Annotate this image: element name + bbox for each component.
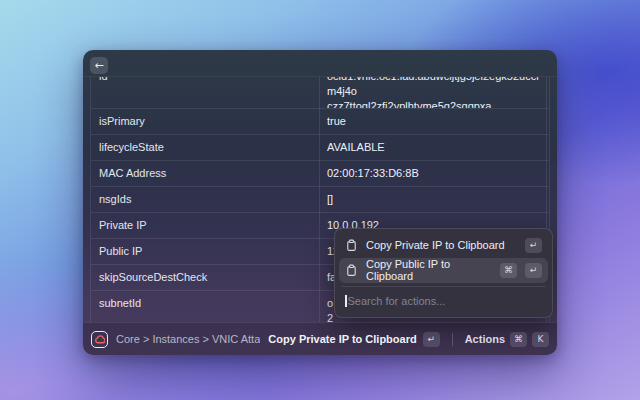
action-item-label: Copy Public IP to Clipboard: [366, 258, 492, 282]
row-key: id: [91, 77, 319, 108]
row-key: MAC Address: [91, 161, 319, 186]
raycast-window: ← id ocid1.vnic.oc1.iad.abuwcljtjg5jel2e…: [83, 50, 557, 355]
row-value: 02:00:17:33:D6:8B: [319, 161, 549, 186]
enter-key-badge: ↵: [423, 332, 440, 347]
row-key: subnetId: [91, 291, 319, 322]
cmd-key-badge: ⌘: [500, 263, 517, 278]
footer-divider: [452, 333, 453, 346]
back-button[interactable]: ←: [90, 57, 108, 74]
row-value: AVAILABLE: [319, 135, 549, 160]
actions-search-input[interactable]: [348, 295, 543, 307]
action-item-copy-private-ip[interactable]: Copy Private IP to Clipboard ↵: [339, 233, 548, 258]
oracle-cloud-icon: [91, 331, 108, 348]
enter-key-badge: ↵: [525, 263, 542, 278]
action-item-label: Copy Private IP to Clipboard: [366, 239, 517, 251]
row-key: lifecycleState: [91, 135, 319, 160]
table-row-id: id ocid1.vnic.oc1.iad.abuwcljtjg5jel2egk…: [91, 77, 549, 109]
k-key-badge: K: [532, 332, 549, 347]
actions-button[interactable]: Actions ⌘ K: [465, 332, 549, 347]
clipboard-icon: [345, 239, 358, 252]
row-value-line: ocid1.vnic.oc1.iad.abuwcljtjg5jel2egk52u…: [327, 77, 541, 99]
breadcrumb: Core > Instances > VNIC Attachment > VNI…: [116, 333, 260, 345]
table-row-mac-address: MAC Address 02:00:17:33:D6:8B: [91, 161, 549, 187]
enter-key-badge: ↵: [525, 238, 542, 253]
primary-action-label: Copy Private IP to Clipboard: [268, 333, 416, 345]
desktop-background: ← id ocid1.vnic.oc1.iad.abuwcljtjg5jel2e…: [0, 0, 640, 400]
primary-action-button[interactable]: Copy Private IP to Clipboard ↵: [268, 332, 439, 347]
text-caret: [345, 295, 347, 307]
row-key: skipSourceDestCheck: [91, 265, 319, 290]
row-key: nsgIds: [91, 187, 319, 212]
row-value-line: czz7ttoql2zfj2yplhtvme5g2sgqpxa: [327, 99, 541, 109]
column-divider: [319, 77, 320, 322]
row-key: Private IP: [91, 213, 319, 238]
actions-popup: Copy Private IP to Clipboard ↵ Copy Publ…: [334, 228, 553, 318]
row-key: Public IP: [91, 239, 319, 264]
table-row-lifecyclestate: lifecycleState AVAILABLE: [91, 135, 549, 161]
cmd-key-badge: ⌘: [510, 332, 527, 347]
row-key: isPrimary: [91, 109, 319, 134]
row-value: []: [319, 187, 549, 212]
clipboard-icon: [345, 264, 358, 277]
row-value: true: [319, 109, 549, 134]
table-row-nsgids: nsgIds []: [91, 187, 549, 213]
table-row-isprimary: isPrimary true: [91, 109, 549, 135]
row-value: ocid1.vnic.oc1.iad.abuwcljtjg5jel2egk52u…: [319, 77, 549, 108]
window-header: ←: [83, 50, 557, 76]
action-item-copy-public-ip[interactable]: Copy Public IP to Clipboard ⌘ ↵: [339, 258, 548, 283]
actions-button-label: Actions: [465, 333, 505, 345]
footer-bar: Core > Instances > VNIC Attachment > VNI…: [83, 322, 557, 355]
popup-divider: [341, 286, 546, 287]
actions-search: [339, 290, 548, 313]
